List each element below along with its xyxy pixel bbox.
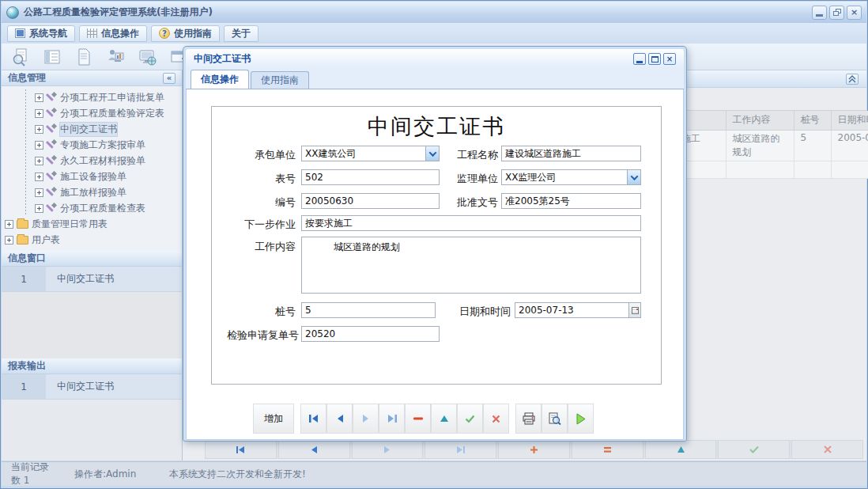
- tree-item[interactable]: 分项工程质量检验评定表: [2, 105, 182, 121]
- chevron-down-icon: [630, 172, 638, 180]
- menu-user-guide[interactable]: ? 使用指南: [151, 25, 220, 42]
- stake-input[interactable]: [301, 302, 436, 318]
- date-label: 日期和时间: [449, 305, 511, 319]
- run-button[interactable]: [568, 404, 594, 434]
- first-record-button[interactable]: [300, 404, 326, 434]
- print-preview-button[interactable]: [542, 404, 568, 434]
- tab-info-operation[interactable]: 信息操作: [191, 70, 249, 89]
- next-record-button[interactable]: [352, 440, 424, 459]
- last-record-button[interactable]: [425, 440, 496, 459]
- document-button[interactable]: [73, 47, 95, 67]
- form-number-input[interactable]: [301, 169, 440, 185]
- x-icon: [492, 415, 500, 423]
- minus-icon: [413, 417, 423, 420]
- collapse-left-button[interactable]: «: [163, 73, 175, 84]
- monitor-globe-button[interactable]: [136, 47, 158, 67]
- form-tool-icon: [47, 140, 57, 150]
- next-step-input[interactable]: [301, 215, 641, 231]
- cancel-record-button[interactable]: [791, 440, 863, 459]
- dialog-maximize-button[interactable]: [648, 53, 661, 65]
- project-name-input[interactable]: [501, 146, 641, 161]
- user-chart-icon: [105, 47, 126, 67]
- menu-info-operation[interactable]: 信息操作: [79, 25, 147, 42]
- grid-column-work[interactable]: 工作内容: [726, 111, 794, 130]
- expand-icon[interactable]: [35, 93, 43, 102]
- post-record-button[interactable]: [718, 440, 790, 459]
- contractor-value: XX建筑公司: [302, 147, 425, 161]
- dialog-tabs: 信息操作 使用指南: [186, 69, 684, 89]
- minus-icon: [603, 447, 612, 453]
- last-record-button[interactable]: [379, 404, 405, 434]
- panel-icon: [15, 28, 25, 38]
- prev-record-button[interactable]: [326, 404, 353, 434]
- panel-title: 报表输出: [8, 359, 46, 373]
- expand-icon[interactable]: [35, 109, 43, 118]
- row-number: 1: [2, 267, 46, 291]
- edit-record-button[interactable]: [645, 440, 717, 459]
- first-record-button[interactable]: [205, 440, 277, 459]
- prev-record-button[interactable]: [278, 440, 350, 459]
- report-list-button[interactable]: [41, 47, 63, 67]
- insert-record-button[interactable]: [498, 440, 570, 459]
- dropdown-button[interactable]: [425, 146, 439, 161]
- approval-label: 批准文号: [443, 195, 498, 210]
- expand-icon[interactable]: [35, 172, 43, 181]
- expand-icon[interactable]: [5, 236, 13, 244]
- tree-item[interactable]: 专项施工方案报审单: [2, 137, 182, 153]
- add-button[interactable]: 增加: [253, 404, 294, 434]
- tree-item[interactable]: 施工放样报验单: [2, 184, 182, 200]
- expand-icon[interactable]: [35, 141, 43, 150]
- expand-icon[interactable]: [35, 157, 43, 165]
- tree-item[interactable]: 分项工程质量检查表: [2, 200, 182, 216]
- tree-item[interactable]: 永久工程材料报验单: [2, 153, 182, 169]
- print-button[interactable]: [515, 404, 542, 434]
- tree-folder[interactable]: 质量管理日常用表: [2, 216, 182, 232]
- status-operator: 操作者:Admin: [65, 468, 160, 481]
- minimize-button[interactable]: [812, 6, 827, 20]
- search-document-button[interactable]: [9, 47, 32, 67]
- dialog-minimize-button[interactable]: [633, 53, 646, 65]
- approval-input[interactable]: [501, 193, 641, 209]
- tree-folder[interactable]: 用户表: [2, 232, 182, 248]
- restore-button[interactable]: [829, 6, 844, 20]
- user-chart-button[interactable]: [104, 47, 126, 67]
- tree-item[interactable]: 分项工程开工申请批复单: [2, 89, 182, 105]
- edit-record-button[interactable]: [431, 404, 457, 434]
- date-picker[interactable]: 2005-07-13: [515, 302, 641, 318]
- grid-column-date[interactable]: 日期和时间: [831, 111, 868, 130]
- document-icon: [74, 47, 94, 67]
- cancel-record-button[interactable]: [483, 404, 509, 434]
- delete-record-button[interactable]: [572, 440, 643, 459]
- dialog-title-bar[interactable]: 中间交工证书 ×: [186, 49, 684, 69]
- next-record-button[interactable]: [353, 404, 379, 434]
- number-input[interactable]: [301, 193, 440, 209]
- tab-user-guide[interactable]: 使用指南: [251, 71, 309, 89]
- contractor-combo[interactable]: XX建筑公司: [301, 146, 440, 161]
- tree-item-selected[interactable]: 中间交工证书: [2, 121, 182, 137]
- inspection-number-input[interactable]: [301, 326, 440, 342]
- minimize-icon: [816, 14, 823, 17]
- close-button[interactable]: ×: [847, 6, 862, 20]
- chevron-down-icon: [428, 149, 436, 157]
- list-item[interactable]: 1 中间交工证书: [2, 267, 182, 292]
- collapse-up-button[interactable]: [846, 74, 859, 85]
- menu-system-nav[interactable]: 系统导航: [7, 25, 75, 42]
- dropdown-button[interactable]: [627, 170, 640, 184]
- row-label: 中间交工证书: [46, 380, 114, 393]
- list-item[interactable]: 1 中间交工证书: [2, 374, 182, 400]
- panel-title: 信息窗口: [8, 252, 46, 265]
- delete-record-button[interactable]: [405, 404, 431, 434]
- expand-icon[interactable]: [35, 125, 43, 134]
- expand-icon[interactable]: [5, 220, 13, 229]
- grid-column-stake[interactable]: 桩号: [794, 111, 831, 130]
- grid-icon: [87, 28, 97, 38]
- calendar-button[interactable]: [628, 303, 640, 317]
- dialog-close-button[interactable]: ×: [663, 53, 676, 65]
- post-record-button[interactable]: [457, 404, 483, 434]
- expand-icon[interactable]: [35, 188, 43, 197]
- tree-item[interactable]: 施工设备报验单: [2, 169, 182, 184]
- supervisor-combo[interactable]: XX监理公司: [501, 169, 641, 185]
- expand-icon[interactable]: [35, 204, 43, 213]
- work-content-textarea[interactable]: 城区道路的规划: [301, 237, 641, 294]
- menu-about[interactable]: 关于: [224, 25, 259, 42]
